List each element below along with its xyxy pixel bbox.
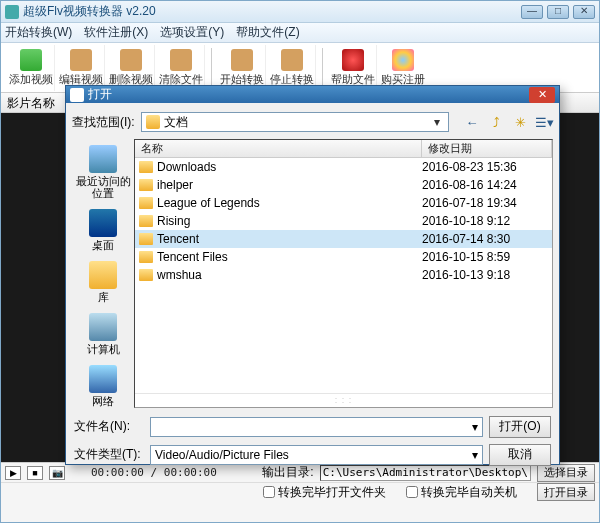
- folder-icon: [139, 233, 153, 245]
- chevron-down-icon: ▾: [472, 420, 478, 434]
- place-desktop[interactable]: 桌面: [72, 209, 134, 251]
- app-title: 超级Flv视频转换器 v2.20: [23, 3, 521, 20]
- open-output-button[interactable]: 打开目录: [537, 483, 595, 501]
- place-computer[interactable]: 计算机: [72, 313, 134, 355]
- menubar: 开始转换(W) 软件注册(X) 选项设置(Y) 帮助文件(Z): [1, 23, 599, 43]
- checkbox-open-folder[interactable]: 转换完毕打开文件夹: [263, 484, 386, 501]
- menu-software-register[interactable]: 软件注册(X): [84, 24, 148, 41]
- user-play-icon: [231, 49, 253, 71]
- open-button[interactable]: 打开(O): [489, 416, 551, 438]
- dialog-close-button[interactable]: ✕: [529, 87, 555, 103]
- user-edit-icon: [70, 49, 92, 71]
- chevron-down-icon: ▾: [472, 448, 478, 462]
- recent-icon: [89, 145, 117, 173]
- file-row[interactable]: League of Legends2016-07-18 19:34: [135, 194, 552, 212]
- toolbar-separator: [211, 48, 212, 88]
- folder-icon: [139, 269, 153, 281]
- checkbox-icon[interactable]: [263, 486, 275, 498]
- snapshot-button[interactable]: 📷: [49, 466, 65, 480]
- file-date: 2016-10-15 8:59: [422, 250, 548, 264]
- file-name: Tencent Files: [157, 250, 422, 264]
- file-date: 2016-10-13 9:18: [422, 268, 548, 282]
- col-date[interactable]: 修改日期: [422, 140, 552, 157]
- place-recent[interactable]: 最近访问的位置: [72, 145, 134, 199]
- filename-label: 文件名(N):: [74, 418, 144, 435]
- menu-options[interactable]: 选项设置(Y): [160, 24, 224, 41]
- play-button[interactable]: ▶: [5, 466, 21, 480]
- clear-files-button[interactable]: 清除文件: [157, 45, 205, 91]
- file-row[interactable]: Downloads2016-08-23 15:36: [135, 158, 552, 176]
- file-name: wmshua: [157, 268, 422, 282]
- titlebar: 超级Flv视频转换器 v2.20 — □ ✕: [1, 1, 599, 23]
- dialog-titlebar: 打开 ✕: [66, 86, 559, 103]
- close-button[interactable]: ✕: [573, 5, 595, 19]
- folder-icon: [139, 197, 153, 209]
- file-date: 2016-08-23 15:36: [422, 160, 548, 174]
- start-convert-button[interactable]: 开始转换: [218, 45, 266, 91]
- network-icon: [89, 365, 117, 393]
- file-date: 2016-07-18 19:34: [422, 196, 548, 210]
- place-libraries[interactable]: 库: [72, 261, 134, 303]
- cancel-button[interactable]: 取消: [489, 444, 551, 466]
- lookin-combobox[interactable]: 文档 ▾: [141, 112, 449, 132]
- user-delete-icon: [120, 49, 142, 71]
- file-name: Downloads: [157, 160, 422, 174]
- folder-icon: [139, 251, 153, 263]
- dialog-title: 打开: [88, 86, 529, 103]
- folder-icon: [139, 161, 153, 173]
- user-stop-icon: [281, 49, 303, 71]
- folder-icon: [139, 215, 153, 227]
- places-bar: 最近访问的位置 桌面 库 计算机 网络: [72, 139, 134, 408]
- buy-register-button[interactable]: 购买注册: [379, 45, 427, 91]
- view-menu-button[interactable]: ☰▾: [535, 113, 553, 131]
- file-row[interactable]: ihelper2016-08-16 14:24: [135, 176, 552, 194]
- file-date: 2016-07-14 8:30: [422, 232, 548, 246]
- globe-icon: [392, 49, 414, 71]
- menu-start-convert[interactable]: 开始转换(W): [5, 24, 72, 41]
- toolbar-separator: [322, 48, 323, 88]
- help-file-button[interactable]: 帮助文件: [329, 45, 377, 91]
- column-video-name: 影片名称: [7, 96, 55, 110]
- up-button[interactable]: ⤴: [487, 113, 505, 131]
- col-name[interactable]: 名称: [135, 140, 422, 157]
- back-button[interactable]: ←: [463, 113, 481, 131]
- file-row[interactable]: Tencent2016-07-14 8:30: [135, 230, 552, 248]
- file-name: ihelper: [157, 178, 422, 192]
- file-rows: Downloads2016-08-23 15:36ihelper2016-08-…: [135, 158, 552, 393]
- file-name: Rising: [157, 214, 422, 228]
- app-icon: [5, 5, 19, 19]
- file-name: League of Legends: [157, 196, 422, 210]
- checkbox-shutdown[interactable]: 转换完毕自动关机: [406, 484, 517, 501]
- filetype-combobox[interactable]: Video/Audio/Picture Files ▾: [150, 445, 483, 465]
- file-date: 2016-08-16 14:24: [422, 178, 548, 192]
- stop-button[interactable]: ■: [27, 466, 43, 480]
- maximize-button[interactable]: □: [547, 5, 569, 19]
- menu-help[interactable]: 帮助文件(Z): [236, 24, 299, 41]
- file-row[interactable]: Rising2016-10-18 9:12: [135, 212, 552, 230]
- stop-convert-button[interactable]: 停止转换: [268, 45, 316, 91]
- filename-field[interactable]: ▾: [150, 417, 483, 437]
- file-date: 2016-10-18 9:12: [422, 214, 548, 228]
- desktop-icon: [89, 209, 117, 237]
- help-icon: [342, 49, 364, 71]
- edit-video-button[interactable]: 编辑视频: [57, 45, 105, 91]
- file-row[interactable]: Tencent Files2016-10-15 8:59: [135, 248, 552, 266]
- file-name: Tencent: [157, 232, 422, 246]
- place-network[interactable]: 网络: [72, 365, 134, 407]
- dialog-icon: [70, 88, 84, 102]
- computer-icon: [89, 313, 117, 341]
- folder-icon: [146, 115, 160, 129]
- checkbox-icon[interactable]: [406, 486, 418, 498]
- file-list-header: 名称 修改日期: [135, 140, 552, 158]
- resize-grip[interactable]: : : :: [135, 393, 552, 407]
- minimize-button[interactable]: —: [521, 5, 543, 19]
- plus-icon: [20, 49, 42, 71]
- add-video-button[interactable]: 添加视频: [7, 45, 55, 91]
- new-folder-button[interactable]: ✳: [511, 113, 529, 131]
- file-row[interactable]: wmshua2016-10-13 9:18: [135, 266, 552, 284]
- delete-video-button[interactable]: 删除视频: [107, 45, 155, 91]
- chevron-down-icon: ▾: [430, 115, 444, 129]
- user-clear-icon: [170, 49, 192, 71]
- lookin-label: 查找范围(I):: [72, 114, 135, 131]
- libraries-icon: [89, 261, 117, 289]
